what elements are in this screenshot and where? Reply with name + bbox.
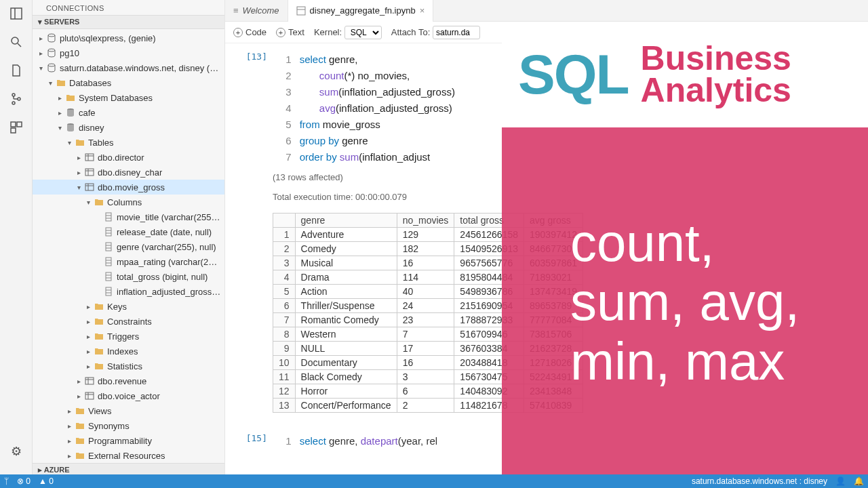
code-block[interactable]: 1select genre,2 count(*) no_movies,3 sum… — [275, 52, 455, 165]
tree-item[interactable]: ▾Databases — [33, 75, 224, 90]
extensions-icon[interactable] — [8, 119, 24, 136]
source-control-icon[interactable] — [8, 91, 24, 107]
tree-item[interactable]: ▸Triggers — [33, 329, 224, 344]
tree-item[interactable]: ▸dbo.revenue — [33, 373, 224, 388]
tree-item[interactable]: ▾Columns — [33, 195, 224, 209]
table-row[interactable]: 2Comedy1821540952691384667730 — [273, 242, 583, 256]
status-warnings[interactable]: ▲ 0 — [39, 476, 54, 486]
add-code-button[interactable]: +Code — [233, 27, 267, 37]
result-table: genreno_moviestotal grossavg gross1Adven… — [273, 213, 583, 413]
col-header: no_movies — [397, 214, 454, 228]
gear-icon[interactable]: ⚙ — [8, 443, 24, 460]
tree-item[interactable]: ▸pluto\sqlexpress, (genie) — [33, 30, 224, 45]
status-bar: ᛘ ⊗ 0 ▲ 0 saturn.database.windows.net : … — [0, 474, 868, 488]
svg-point-2 — [12, 37, 18, 44]
layout-icon[interactable] — [8, 5, 24, 22]
tree-item[interactable]: ▸Views — [33, 403, 224, 418]
tree-item[interactable]: ▸Synonyms — [33, 418, 224, 433]
code-cell-13[interactable]: [13] 1select genre,2 count(*) no_movies,… — [225, 49, 868, 418]
cell-prompt: [15] — [225, 433, 273, 443]
tree-item[interactable]: ▸dbo.disney_char — [33, 165, 224, 180]
svg-rect-36 — [106, 272, 111, 281]
kernel-select[interactable]: SQL — [344, 26, 382, 39]
tree-item[interactable]: ▸Constraints — [33, 314, 224, 329]
tree-item[interactable]: ▾disney — [33, 120, 224, 135]
tree-item[interactable]: ▾dbo.movie_gross — [33, 180, 224, 195]
svg-point-4 — [12, 94, 15, 96]
rows-affected: (13 rows affected) — [273, 165, 868, 185]
svg-rect-42 — [85, 378, 94, 384]
svg-rect-8 — [17, 122, 22, 127]
tree-item[interactable]: release_date (date, null) — [33, 224, 224, 239]
search-icon[interactable] — [8, 34, 24, 50]
code-block[interactable]: 1select genre, datepart(year, rel — [275, 433, 437, 449]
svg-line-3 — [18, 43, 21, 47]
table-row[interactable]: 7Romantic Comedy23178887293377777084 — [273, 313, 583, 327]
table-row[interactable]: 9NULL1736760338421623728 — [273, 342, 583, 356]
tree-item[interactable]: ▸dbo.director — [33, 150, 224, 165]
tree-item[interactable]: movie_title (varchar(255), null) — [33, 209, 224, 224]
svg-rect-15 — [85, 154, 94, 161]
sidebar-title: CONNECTIONS — [33, 0, 224, 15]
tree-item[interactable]: total_gross (bigint, null) — [33, 269, 224, 284]
tab-notebook[interactable]: disney_aggregate_fn.ipynb × — [288, 0, 434, 22]
tree-item[interactable]: ▸Statistics — [33, 359, 224, 373]
attach-to-picker[interactable]: Attach To: — [391, 26, 480, 39]
table-row[interactable]: 8Western751670994673815706 — [273, 327, 583, 342]
tree-item[interactable]: ▾Tables — [33, 135, 224, 150]
add-text-button[interactable]: +Text — [276, 27, 304, 37]
close-icon[interactable]: × — [420, 5, 425, 16]
table-row[interactable]: 10Documentary1620348841812718026 — [273, 356, 583, 370]
exec-time: Total execution time: 00:00:00.079 — [273, 185, 868, 205]
table-row[interactable]: 1Adventure12924561266158190397412 — [273, 228, 583, 242]
cell-prompt: [13] — [225, 52, 273, 62]
svg-rect-9 — [11, 128, 16, 133]
svg-point-11 — [48, 49, 55, 52]
result-table-wrap: genreno_moviestotal grossavg gross1Adven… — [273, 213, 868, 413]
tree-item[interactable]: mpaa_rating (varchar(255), null) — [33, 254, 224, 269]
tree-item[interactable]: ▸cafe — [33, 105, 224, 120]
status-person-icon[interactable]: 👤 — [835, 476, 846, 486]
table-row[interactable]: 6Thriller/Suspense24215169095489653789 — [273, 299, 583, 313]
col-header: avg gross — [524, 214, 583, 228]
connections-sidebar: CONNECTIONS ▾ SERVERS ▸pluto\sqlexpress,… — [33, 0, 225, 477]
tree-item[interactable]: ▸dbo.voice_actor — [33, 388, 224, 403]
code-cell-15[interactable]: [15] 1select genre, datepart(year, rel — [225, 430, 868, 455]
svg-rect-0 — [11, 8, 22, 19]
svg-rect-27 — [106, 228, 111, 236]
tree-item[interactable]: ▸Keys — [33, 299, 224, 314]
tree-item[interactable]: ▸System Databases — [33, 90, 224, 105]
status-errors[interactable]: ⊗ 0 — [17, 476, 31, 486]
app-root: ⚙ CONNECTIONS ▾ SERVERS ▸pluto\sqlexpres… — [0, 0, 868, 477]
kernel-picker[interactable]: Kernel: SQL — [314, 26, 382, 39]
tree-item[interactable]: ▸Programmability — [33, 433, 224, 448]
svg-point-12 — [48, 64, 55, 66]
status-bell-icon[interactable]: 🔔 — [854, 476, 864, 486]
table-row[interactable]: 5Action405498936786137473419 — [273, 285, 583, 299]
attach-input[interactable] — [433, 26, 480, 39]
table-row[interactable]: 12Horror614048309223413848 — [273, 384, 583, 399]
table-row[interactable]: 11Black Comedy315673047552243491 — [273, 370, 583, 384]
servers-section-header[interactable]: ▾ SERVERS — [33, 15, 224, 29]
tree-item[interactable]: inflation_adjusted_gross (bigin... — [33, 284, 224, 299]
svg-point-6 — [18, 98, 20, 100]
table-row[interactable]: 4Drama114819580448471893021 — [273, 270, 583, 285]
tree-item[interactable]: ▸pg10 — [33, 45, 224, 60]
tab-bar: ≡Welcome disney_aggregate_fn.ipynb × — [225, 0, 868, 22]
col-header: genre — [295, 214, 397, 228]
tree-item[interactable]: ▸Indexes — [33, 344, 224, 359]
col-header: total gross — [454, 214, 524, 228]
svg-rect-45 — [85, 392, 94, 399]
status-branch[interactable]: ᛘ — [4, 476, 9, 486]
status-connection[interactable]: saturn.database.windows.net : disney — [692, 476, 827, 486]
file-icon[interactable] — [8, 62, 24, 79]
activity-bar: ⚙ — [0, 0, 33, 477]
svg-rect-18 — [85, 169, 94, 176]
tree-item[interactable]: ▸External Resources — [33, 448, 224, 463]
tab-welcome[interactable]: ≡Welcome — [225, 0, 288, 22]
table-row[interactable]: 13Concert/Performance211482167857410839 — [273, 399, 583, 413]
tree-item[interactable]: genre (varchar(255), null) — [33, 239, 224, 254]
tree-item[interactable]: ▾saturn.database.windows.net, disney (ap… — [33, 60, 224, 75]
editor-area: ≡Welcome disney_aggregate_fn.ipynb × +Co… — [225, 0, 868, 477]
table-row[interactable]: 3Musical169657565776603597861 — [273, 256, 583, 270]
